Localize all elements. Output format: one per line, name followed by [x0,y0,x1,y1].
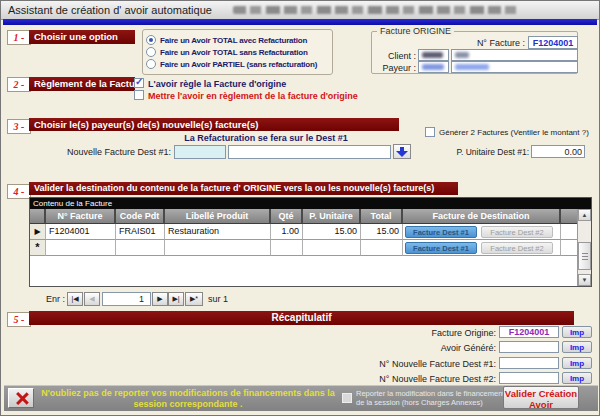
recap-avoir-genere-label: Avoir Généré: [321,343,496,353]
radio-label-0[interactable]: Faire un Avoir TOTAL avec Refacturation [160,36,307,45]
close-button[interactable] [8,388,34,408]
row-selector-new[interactable] [30,240,46,256]
cell-p-unitaire[interactable]: 15.00 [303,224,361,240]
nav-next-button[interactable] [152,292,168,306]
header-num-facture: N° Facture [46,209,116,224]
section-3-header: Choisir le(s) payeur(s) de(s) nouvelle(s… [29,118,399,131]
cell-code-pdt-empty[interactable] [116,240,165,256]
scrollbar-thumb[interactable] [578,242,591,270]
row-selector-current[interactable] [30,224,46,240]
cell-p-unitaire-empty[interactable] [303,240,361,256]
dest1-label: Nouvelle Facture Dest #1: [41,147,171,157]
wizard-window: Assistant de création d' avoir automatiq… [0,0,600,416]
recap-nouvelle-facture-2-label: N° Nouvelle Facture Dest #2: [321,374,496,384]
nav-new-record-button[interactable] [185,292,203,306]
numero-facture-label: N° Facture : [381,38,525,48]
checkbox-avoir-regle-facture[interactable] [134,78,144,88]
cell-num-facture-empty[interactable] [46,240,116,256]
scrollbar-up-icon[interactable]: ▲ [578,209,591,221]
section-2-header: Règlement de la Facture [29,77,135,91]
radio-avoir-total-sans-refacturation[interactable] [146,47,156,57]
scrollbar-down-icon[interactable]: ▼ [578,274,591,286]
recap-facture-origine-field[interactable] [499,326,559,338]
header-facture-destination: Facture de Destination [403,209,561,224]
table-scrollbar[interactable]: ▲ ▼ [577,209,591,286]
facture-origine-label: Facture ORIGINE [377,26,454,36]
section-5-header: Récapitulatif [29,311,574,325]
payeur-label: Payeur : [371,63,416,73]
section-3-number: 3 - [7,119,31,134]
imp-nouvelle-facture-1-button[interactable]: Imp [562,357,592,369]
contenu-facture-table: Contenu de la Facture N° Facture Code Pd… [29,197,592,287]
dest1-dropdown-button[interactable] [393,144,411,159]
facture-dest2-button[interactable]: Facture Dest #2 [481,242,553,254]
cell-total-empty[interactable] [361,240,403,256]
section-4-header: Valider la destination du contenu de la … [29,182,458,195]
header-libelle: Libellé Produit [165,209,271,224]
recap-nouvelle-facture-1-field[interactable] [499,357,559,369]
punitaire-dest1-input[interactable] [531,145,585,158]
cell-libelle-empty[interactable] [165,240,271,256]
radio-label-1[interactable]: Faire un Avoir TOTAL sans Refacturation [160,48,308,57]
cell-num-facture[interactable]: F1204001 [46,224,116,240]
facture-dest2-button[interactable]: Facture Dest #2 [481,226,553,238]
nav-last-button[interactable] [168,292,184,306]
table-header-row: N° Facture Code Pdt Libellé Produit Qté … [30,209,591,224]
redacted-title-text [233,6,518,14]
valider-creation-avoir-button[interactable]: Valider Création Avoir [503,386,579,409]
radio-label-2[interactable]: Faire un Avoir PARTIEL (sans refacturati… [160,60,317,69]
numero-facture-field[interactable] [528,36,578,49]
header-p-unitaire: P. Unitaire [303,209,361,224]
checkbox-generer-label[interactable]: Générer 2 Factures (Ventiler le montant … [439,128,589,137]
radio-avoir-total-avec-refacturation[interactable] [146,35,156,45]
table-new-row: Facture Dest #1 Facture Dest #2 [30,240,591,256]
payeur-code-field[interactable] [418,61,449,73]
cell-qte-empty[interactable] [271,240,303,256]
redacted-client-code [422,52,443,58]
imp-nouvelle-facture-2-button[interactable]: Imp [562,372,592,384]
payeur-name-field[interactable] [451,61,578,73]
section-1-number: 1 - [7,30,31,45]
header-code-pdt: Code Pdt [116,209,165,224]
dest1-code-input[interactable] [174,145,226,159]
recap-facture-origine-label: Facture Origine: [321,328,496,338]
section-2-number: 2 - [7,77,31,92]
checkbox-avoir-regle-label[interactable]: L'avoir règle la Facture d'origine [148,79,286,89]
redacted-client-name [455,52,469,58]
client-name-field[interactable] [451,49,578,61]
imp-facture-origine-button[interactable]: Imp [562,326,592,338]
redacted-payeur-name [455,64,489,70]
radio-avoir-partiel[interactable] [146,59,156,69]
facture-dest1-button[interactable]: Facture Dest #1 [405,226,477,238]
section-4-number: 4 - [7,184,31,199]
table-caption: Contenu de la Facture [30,198,591,209]
header-total: Total [361,209,403,224]
refacturation-note: La Refacturation se fera sur le Dest #1 [131,133,401,143]
facture-dest1-button[interactable]: Facture Dest #1 [405,242,477,254]
table-row: F1204001 FRAIS01 Restauration 1.00 15.00… [30,224,591,240]
nav-first-button[interactable] [67,292,83,306]
cell-total[interactable]: 15.00 [361,224,403,240]
top-accent-bar [3,19,597,25]
dest1-name-input[interactable] [228,145,391,159]
recap-avoir-genere-field[interactable] [499,341,559,353]
checkbox-mettre-avoir-reglement[interactable] [134,90,144,100]
client-code-field[interactable] [418,49,449,61]
imp-avoir-genere-button[interactable]: Imp [562,341,592,353]
reporter-modification-label[interactable]: Reporter la modification dans le finance… [356,389,506,407]
checkbox-generer-2-factures[interactable] [425,127,435,137]
checkbox-mettre-avoir-label[interactable]: Mettre l'avoir en règlement de la factur… [148,91,358,101]
cell-qte[interactable]: 1.00 [271,224,303,240]
record-count-label: sur 1 [208,294,228,304]
nav-previous-button[interactable] [84,292,100,306]
recap-nouvelle-facture-1-label: N° Nouvelle Facture Dest #1: [321,359,496,369]
cell-code-pdt[interactable]: FRAIS01 [116,224,165,240]
nav-record-input[interactable] [102,292,151,306]
cell-libelle[interactable]: Restauration [165,224,271,240]
header-qte: Qté [271,209,303,224]
section-5-number: 5 - [7,312,31,327]
redacted-payeur-code [422,64,444,70]
checkbox-reporter-modification[interactable] [342,393,352,403]
title-bar[interactable]: Assistant de création d' avoir automatiq… [1,1,599,20]
recap-nouvelle-facture-2-field[interactable] [499,372,559,384]
